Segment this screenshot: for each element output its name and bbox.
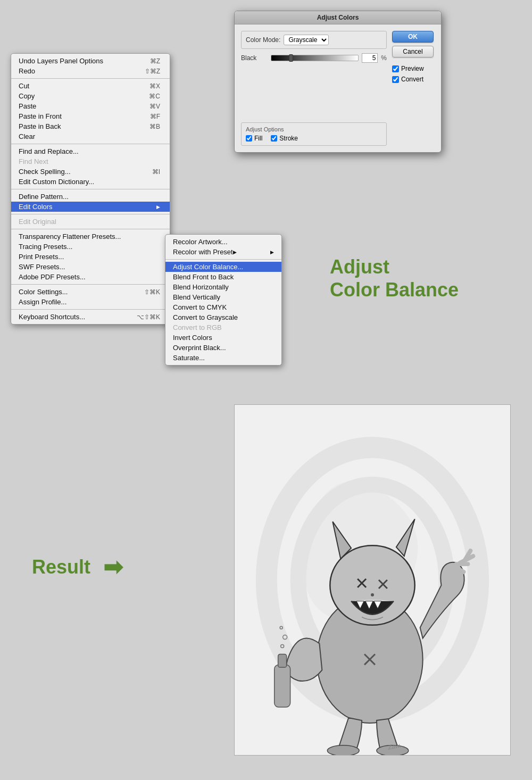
sep5 [11, 229, 170, 229]
menu-tracing[interactable]: Tracing Presets... [11, 242, 170, 252]
adjust-options-box: Adjust Options Fill Stroke [241, 122, 387, 146]
monster-image-frame: Zaw... [234, 404, 511, 756]
svg-point-27 [371, 593, 374, 596]
ok-button[interactable]: OK [392, 31, 434, 43]
menu-color-settings[interactable]: Color Settings... ⇧⌘K [11, 287, 170, 297]
sep6 [11, 284, 170, 285]
svg-point-23 [327, 745, 359, 755]
menu-edit-colors[interactable]: Edit Colors [11, 202, 170, 212]
menu-undo[interactable]: Undo Layers Panel Options ⌘Z [11, 56, 170, 66]
checkbox-row: Fill Stroke [246, 135, 382, 142]
submenu-recolor-preset[interactable]: Recolor with Preset ▶ [165, 247, 281, 257]
menu-swf-presets[interactable]: SWF Presets... [11, 262, 170, 272]
menu-check-spelling[interactable]: Check Spelling... ⌘I [11, 167, 170, 177]
adjust-color-balance-label: Adjust Color Balance [330, 255, 459, 301]
black-value-input[interactable] [362, 53, 378, 63]
menu-define-pattern[interactable]: Define Pattern... [11, 192, 170, 202]
submenu-adjust-color-balance[interactable]: Adjust Color Balance... [165, 262, 281, 272]
menu-paste-front[interactable]: Paste in Front ⌘F [11, 111, 170, 121]
submenu-blend-front-back[interactable]: Blend Front to Back [165, 272, 281, 282]
convert-label[interactable]: Convert [392, 76, 423, 83]
cancel-button[interactable]: Cancel [392, 46, 434, 57]
sep3 [11, 189, 170, 189]
menu-pdf-presets[interactable]: Adobe PDF Presets... [11, 272, 170, 282]
monster-illustration: Zaw... [235, 405, 510, 755]
black-label: Black [241, 54, 268, 62]
menu-paste-back[interactable]: Paste in Back ⌘B [11, 121, 170, 131]
menu-redo[interactable]: Redo ⇧⌘Z [11, 66, 170, 76]
menu-cut[interactable]: Cut ⌘X [11, 81, 170, 91]
black-unit: % [381, 54, 387, 62]
result-section: Result ➡ [32, 553, 123, 580]
sep2 [11, 144, 170, 144]
svg-rect-15 [278, 654, 287, 667]
menu-print-presets[interactable]: Print Presets... [11, 252, 170, 262]
svg-rect-14 [275, 665, 290, 707]
fill-checkbox-label[interactable]: Fill [246, 135, 262, 142]
result-label: Result [32, 556, 90, 578]
submenu-convert-grayscale[interactable]: Convert to Grayscale [165, 312, 281, 322]
sep4 [11, 214, 170, 214]
edit-menu: Undo Layers Panel Options ⌘Z Redo ⇧⌘Z Cu… [11, 53, 170, 325]
menu-find-next: Find Next [11, 156, 170, 167]
menu-find-replace[interactable]: Find and Replace... [11, 146, 170, 156]
menu-paste[interactable]: Paste ⌘V [11, 101, 170, 111]
adjust-colors-dialog: Adjust Colors Color Mode: Grayscale Blac… [234, 11, 442, 153]
menu-edit-original: Edit Original [11, 217, 170, 227]
menu-transparency[interactable]: Transparency Flattener Presets... [11, 231, 170, 242]
submenu-convert-rgb: Convert to RGB [165, 322, 281, 333]
color-mode-label: Color Mode: [246, 36, 280, 44]
black-slider-row: Black % [241, 53, 387, 63]
stroke-checkbox[interactable] [271, 135, 277, 142]
submenu-convert-cmyk[interactable]: Convert to CMYK [165, 302, 281, 312]
preview-label[interactable]: Preview [392, 65, 424, 72]
empty-area [241, 65, 387, 118]
menu-edit-dict[interactable]: Edit Custom Dictionary... [11, 177, 170, 187]
adjust-options-title: Adjust Options [246, 126, 382, 132]
menu-clear[interactable]: Clear [11, 131, 170, 142]
sep7 [11, 309, 170, 310]
submenu-saturate[interactable]: Saturate... [165, 353, 281, 363]
submenu-blend-vertically[interactable]: Blend Vertically [165, 292, 281, 302]
submenu-blend-horizontally[interactable]: Blend Horizontally [165, 282, 281, 292]
menu-assign-profile[interactable]: Assign Profile... [11, 297, 170, 307]
color-mode-row: Color Mode: Grayscale [241, 31, 387, 49]
edit-colors-submenu: Recolor Artwork... Recolor with Preset ▶… [165, 234, 282, 366]
black-slider-track[interactable] [271, 55, 359, 61]
submenu-recolor-artwork[interactable]: Recolor Artwork... [165, 237, 281, 247]
color-mode-select[interactable]: Grayscale [284, 35, 329, 45]
black-slider-thumb[interactable] [289, 54, 293, 62]
submenu-invert-colors[interactable]: Invert Colors [165, 333, 281, 343]
fill-checkbox[interactable] [246, 135, 252, 142]
dialog-title: Adjust Colors [235, 11, 441, 24]
convert-checkbox[interactable] [392, 76, 399, 83]
stroke-label: Stroke [279, 135, 298, 142]
submenu-overprint-black[interactable]: Overprint Black... [165, 343, 281, 353]
preview-checkbox[interactable] [392, 65, 399, 72]
submenu-sep1 [165, 259, 281, 260]
result-arrow: ➡ [103, 553, 123, 580]
fill-label: Fill [254, 135, 262, 142]
menu-copy[interactable]: Copy ⌘C [11, 91, 170, 101]
dialog-sidebar: OK Cancel Preview Convert [392, 31, 435, 146]
sep1 [11, 78, 170, 79]
menu-keyboard-shortcuts[interactable]: Keyboard Shortcuts... ⌥⇧⌘K [11, 312, 170, 322]
stroke-checkbox-label[interactable]: Stroke [271, 135, 298, 142]
